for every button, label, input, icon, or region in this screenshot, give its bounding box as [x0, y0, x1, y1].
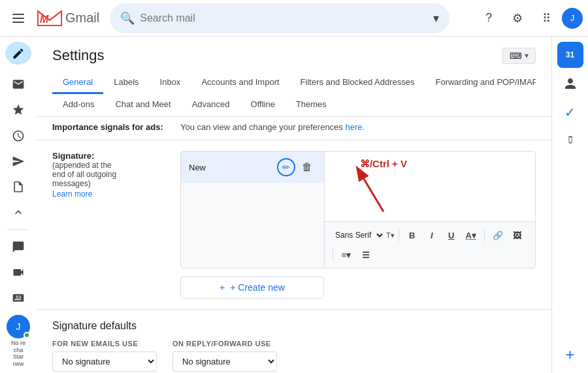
toolbar-divider-2: [484, 229, 485, 242]
signature-sublabel-2: end of all outgoing: [52, 170, 170, 179]
signature-defaults-row: FOR NEW EMAILS USE No signature ON REPLY…: [52, 340, 536, 372]
right-sidebar-keep[interactable]: [557, 128, 583, 154]
font-size-icon[interactable]: T▾: [386, 231, 395, 240]
tab-filters[interactable]: Filters and Blocked Addresses: [290, 72, 425, 94]
sidebar-expand[interactable]: [5, 201, 31, 224]
sidebar-icon-drafts[interactable]: [5, 175, 31, 198]
left-sidebar: J No rechaStarnew: [0, 37, 37, 373]
toolbar-divider-3: [333, 248, 333, 261]
hint-arrow-svg: [357, 172, 410, 218]
create-new-label: + Create new: [230, 282, 285, 293]
create-new-button[interactable]: + + Create new: [180, 276, 324, 299]
reply-col: ON REPLY/FORWARD USE No signature: [172, 340, 277, 372]
image-button[interactable]: 🖼: [508, 226, 527, 244]
font-family-select[interactable]: Sans Serif: [330, 229, 385, 242]
search-bar[interactable]: 🔍 ▾: [110, 3, 449, 33]
text-color-button[interactable]: A▾: [462, 226, 480, 244]
tab-inbox[interactable]: Inbox: [150, 72, 191, 94]
settings-title-text: Settings: [52, 47, 105, 64]
signature-delete-button[interactable]: 🗑: [298, 158, 316, 176]
sidebar-icon-mail[interactable]: [5, 73, 31, 95]
keyboard-shortcut-label: ▾: [525, 51, 529, 60]
importance-label: Importance signals for ads:: [52, 122, 170, 132]
signature-label: Signature:: [52, 151, 170, 161]
settings-body: Importance signals for ads: You can view…: [37, 117, 551, 373]
subtab-themes[interactable]: Themes: [286, 94, 337, 116]
importance-section: Importance signals for ads: You can view…: [37, 117, 551, 140]
bold-button[interactable]: B: [403, 226, 421, 244]
signature-sublabel-1: (appended at the: [52, 161, 170, 170]
subtab-offline[interactable]: Offline: [240, 94, 286, 116]
sidebar-icon-starred[interactable]: [5, 99, 31, 122]
reply-label: ON REPLY/FORWARD USE: [172, 340, 277, 348]
sidebar-icon-snoozed[interactable]: [5, 124, 31, 147]
new-emails-label: FOR NEW EMAILS USE: [52, 340, 157, 348]
signature-editor-container: New ✏ 🗑: [180, 151, 536, 268]
sidebar-icon-sent[interactable]: [5, 150, 31, 172]
signature-edit-button[interactable]: ✏: [277, 158, 295, 176]
signature-section: Signature: (appended at the end of all o…: [37, 140, 551, 309]
importance-link[interactable]: here.: [345, 122, 365, 132]
tab-forwarding[interactable]: Forwarding and POP/IMAP: [425, 72, 536, 94]
reply-select[interactable]: No signature: [172, 351, 277, 372]
search-input[interactable]: [140, 12, 428, 24]
sidebar-icon-video[interactable]: [5, 261, 31, 284]
compose-button[interactable]: [5, 42, 31, 65]
learn-more-link[interactable]: Learn more: [52, 189, 92, 199]
keyboard-shortcut-button[interactable]: ⌨ ▾: [502, 48, 536, 64]
gmail-logo: M Gmail: [37, 8, 99, 28]
right-sidebar-calendar[interactable]: 31: [557, 42, 583, 68]
align-button[interactable]: ≡▾: [337, 246, 355, 264]
subtab-addons[interactable]: Add-ons: [52, 94, 105, 116]
top-nav: M Gmail 🔍 ▾ ? ⚙ ⠿ J: [0, 0, 588, 37]
keyboard-hint-annotation: ⌘/Ctrl + V: [357, 158, 410, 218]
settings-subtabs: Add-ons Chat and Meet Advanced Offline T…: [52, 94, 536, 116]
list-button[interactable]: ☰: [357, 246, 375, 264]
italic-button[interactable]: I: [423, 226, 441, 244]
user-avatar[interactable]: J: [562, 8, 583, 29]
link-button[interactable]: 🔗: [489, 226, 507, 244]
settings-tabs: General Labels Inbox Accounts and Import…: [52, 72, 536, 94]
underline-button[interactable]: U: [442, 226, 461, 244]
svg-rect-0: [12, 14, 24, 15]
search-icon: 🔍: [120, 11, 135, 25]
settings-header: Settings ⌨ ▾ General Labels Inbox Accoun…: [37, 37, 551, 117]
signature-editor[interactable]: ⌘/Ctrl + V: [325, 152, 535, 268]
keyboard-icon-inline: ⌨: [510, 51, 522, 61]
settings-button[interactable]: ⚙: [504, 5, 531, 31]
signature-right: New ✏ 🗑: [180, 151, 536, 299]
tab-labels[interactable]: Labels: [103, 72, 149, 94]
svg-rect-1: [12, 18, 24, 19]
create-new-plus: +: [220, 282, 225, 293]
top-nav-actions: ? ⚙ ⠿ J: [476, 5, 583, 31]
svg-line-5: [364, 179, 384, 212]
user-avatar-sidebar[interactable]: J: [7, 315, 30, 338]
apps-button[interactable]: ⠿: [533, 5, 559, 31]
svg-text:M: M: [40, 14, 49, 25]
tab-accounts[interactable]: Accounts and Import: [191, 72, 289, 94]
settings-panel: Settings ⌨ ▾ General Labels Inbox Accoun…: [37, 37, 551, 373]
sidebar-user-text: No rechaStarnew: [11, 340, 25, 368]
signature-list-item[interactable]: New ✏ 🗑: [181, 152, 324, 183]
search-dropdown-icon[interactable]: ▾: [433, 11, 439, 25]
signature-item-actions: ✏ 🗑: [277, 158, 316, 176]
subtab-advanced[interactable]: Advanced: [182, 94, 240, 116]
signature-sublabel-3: messages): [52, 179, 170, 188]
signature-toolbar: Sans Serif T▾ B I U A▾ 🔗: [325, 221, 535, 268]
right-sidebar-tasks[interactable]: ✓: [557, 99, 583, 125]
right-sidebar-contacts[interactable]: [557, 71, 583, 97]
signature-defaults-section: Signature defaults FOR NEW EMAILS USE No…: [37, 309, 551, 373]
subtab-chat[interactable]: Chat and Meet: [105, 94, 181, 116]
signature-defaults-title: Signature defaults: [52, 320, 536, 332]
svg-rect-2: [12, 22, 24, 23]
online-indicator: [24, 332, 30, 338]
help-button[interactable]: ?: [476, 5, 502, 31]
new-emails-select[interactable]: No signature: [52, 351, 157, 372]
keyboard-hint-text: ⌘/Ctrl + V: [360, 158, 407, 170]
sidebar-icon-chat[interactable]: [5, 235, 31, 258]
hamburger-menu[interactable]: [5, 5, 31, 31]
signature-name: New: [189, 163, 277, 172]
tab-general[interactable]: General: [52, 72, 103, 94]
sidebar-icon-keyboard[interactable]: [5, 287, 31, 310]
right-sidebar-add[interactable]: +: [557, 342, 583, 368]
